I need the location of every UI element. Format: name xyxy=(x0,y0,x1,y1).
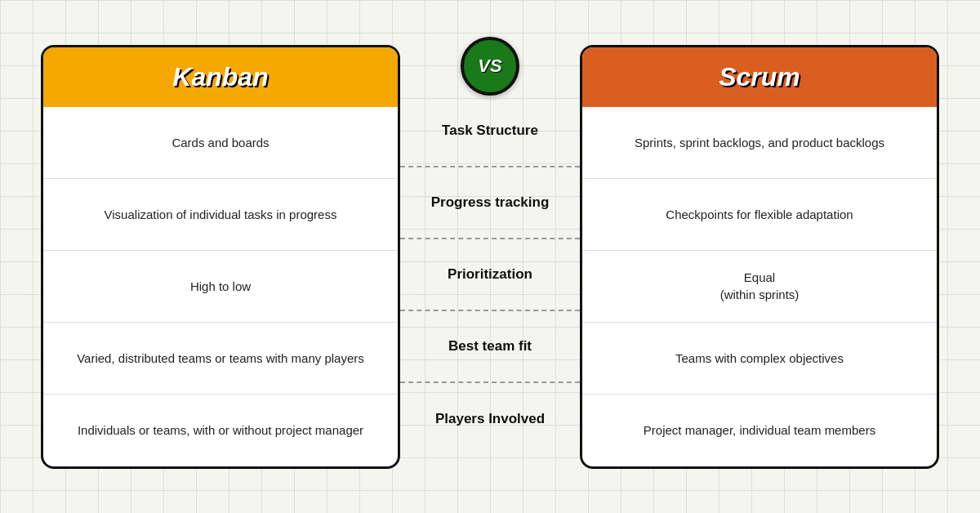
scrum-row-5: Project manager, individual team members xyxy=(582,395,937,466)
scrum-row-2: Checkpoints for flexible adaptation xyxy=(582,179,937,251)
kanban-header: Kanban xyxy=(43,47,398,107)
scrum-title: Scrum xyxy=(599,62,920,92)
middle-label-2: Progress tracking xyxy=(400,167,580,239)
middle-label-5: Players Involved xyxy=(400,383,580,455)
scrum-rows: Sprints, sprint backlogs, and product ba… xyxy=(582,107,937,466)
kanban-row-5: Individuals or teams, with or without pr… xyxy=(43,395,398,466)
kanban-row-2: Visualization of individual tasks in pro… xyxy=(43,179,398,251)
middle-label-3: Prioritization xyxy=(400,239,580,311)
middle-labels: Task Structure Progress tracking Priorit… xyxy=(400,96,580,455)
scrum-header: Scrum xyxy=(582,47,937,107)
vs-badge: VS xyxy=(461,37,519,96)
scrum-row-1: Sprints, sprint backlogs, and product ba… xyxy=(582,107,937,179)
kanban-title: Kanban xyxy=(60,62,381,92)
scrum-card: Scrum Sprints, sprint backlogs, and prod… xyxy=(580,45,939,469)
middle-label-1: Task Structure xyxy=(400,96,580,167)
middle-column: VS Task Structure Progress tracking Prio… xyxy=(400,45,580,469)
scrum-row-3: Equal (within sprints) xyxy=(582,251,937,323)
middle-label-4: Best team fit xyxy=(400,311,580,383)
kanban-row-4: Varied, distributed teams or teams with … xyxy=(43,323,398,395)
kanban-card: Kanban Cards and boards Visualization of… xyxy=(41,45,400,469)
kanban-row-3: High to low xyxy=(43,251,398,323)
comparison-container: Kanban Cards and boards Visualization of… xyxy=(41,45,939,469)
scrum-row-4: Teams with complex objectives xyxy=(582,323,937,395)
kanban-rows: Cards and boards Visualization of indivi… xyxy=(43,107,398,466)
kanban-row-1: Cards and boards xyxy=(43,107,398,179)
